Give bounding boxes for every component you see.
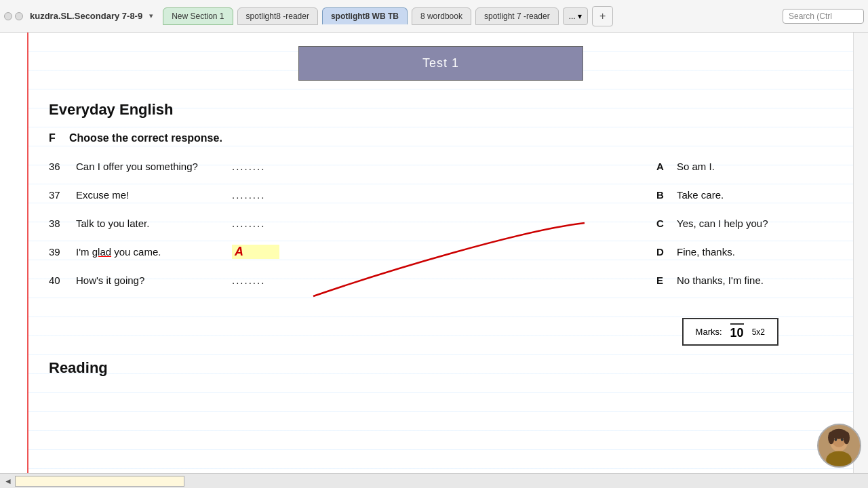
question-number-40: 40	[49, 274, 76, 286]
answer-letter-a: A	[656, 161, 677, 172]
main-area: Test 1 Everyday English F Choose the cor…	[0, 33, 868, 473]
tab-new-section-label: New Section 1	[172, 12, 224, 21]
question-text-38: Talk to you later.	[76, 218, 225, 229]
tab-more-icon: ...	[569, 12, 576, 21]
app-title: kuzdra.SL.Secondary 7-8-9	[30, 11, 142, 21]
table-row: 38 Talk to you later. ........	[49, 212, 643, 234]
question-number-37: 37	[49, 189, 76, 201]
question-text-39: I'm glad you came.	[76, 246, 225, 258]
tab-new-section[interactable]: New Section 1	[163, 7, 233, 25]
question-number-38: 38	[49, 218, 76, 229]
answer-letter-e: E	[656, 274, 677, 286]
questions-area: 36 Can I offer you something? ........ 3…	[49, 155, 833, 298]
answer-letter-b: B	[656, 189, 677, 201]
tab-wordbook-label: 8 wordbook	[420, 12, 462, 21]
answer-text-b: Take care.	[677, 189, 724, 201]
list-item: B Take care.	[656, 184, 833, 205]
question-dots-37: ........	[232, 189, 279, 201]
tab-spotlight8-wb-label: spotlight8 WB TB	[331, 12, 399, 21]
task-row: F Choose the correct response.	[49, 132, 833, 144]
list-item: C Yes, can I help you?	[656, 212, 833, 234]
answers-right: A So am I. B Take care. C Yes, can I hel…	[643, 155, 833, 298]
right-sidebar	[853, 33, 868, 473]
tab-more-button[interactable]: ... ▾	[563, 7, 588, 25]
answer-text-a: So am I.	[677, 161, 715, 172]
window-btn-2[interactable]	[15, 12, 23, 20]
section1-heading: Everyday English	[49, 101, 833, 119]
table-row: 37 Excuse me! ........	[49, 184, 643, 205]
answer-text-e: No thanks, I'm fine.	[677, 274, 764, 286]
marks-score: 10	[730, 323, 744, 340]
marks-label: Marks:	[696, 327, 722, 337]
topbar: kuzdra.SL.Secondary 7-8-9 ▾ New Section …	[0, 0, 868, 33]
window-controls	[4, 12, 23, 20]
search-placeholder: Search (Ctrl	[789, 12, 832, 21]
tab-spotlight7-reader[interactable]: spotlight 7 -reader	[475, 7, 559, 25]
tab-add-icon: +	[599, 10, 606, 22]
question-answer-written-39: A	[232, 245, 279, 259]
question-text-36: Can I offer you something?	[76, 161, 225, 172]
tab-spotlight8-reader-label: spotlight8 -reader	[246, 12, 309, 21]
tab-wordbook[interactable]: 8 wordbook	[412, 7, 471, 25]
question-number-36: 36	[49, 161, 76, 172]
task-letter: F	[49, 132, 69, 144]
tab-add-button[interactable]: +	[592, 6, 613, 26]
table-row: 36 Can I offer you something? ........	[49, 155, 643, 177]
test-title: Test 1	[422, 56, 459, 70]
questions-left: 36 Can I offer you something? ........ 3…	[49, 155, 643, 298]
window-btn-1[interactable]	[4, 12, 12, 20]
tab-spotlight7-label: spotlight 7 -reader	[484, 12, 550, 21]
marks-box: Marks: 10 5x2	[682, 318, 778, 346]
section2-heading: Reading	[49, 359, 833, 377]
left-margin	[0, 33, 28, 473]
answer-letter-d: D	[656, 246, 677, 258]
table-row: 39 I'm glad you came. A	[49, 241, 643, 262]
answer-letter-c: C	[656, 218, 677, 229]
task-instruction: Choose the correct response.	[69, 132, 222, 144]
svg-point-7	[828, 431, 834, 444]
tab-spotlight8-reader[interactable]: spotlight8 -reader	[237, 7, 318, 25]
table-row: 40 How's it going? ........	[49, 269, 643, 291]
list-item: A So am I.	[656, 155, 833, 177]
avatar-image	[818, 424, 860, 468]
question-dots-36: ........	[232, 161, 279, 172]
list-item: E No thanks, I'm fine.	[656, 269, 833, 291]
question-dots-40: ........	[232, 274, 279, 286]
marks-formula: 5x2	[752, 327, 765, 337]
content-area: Test 1 Everyday English F Choose the cor…	[28, 33, 853, 473]
answer-text-d: Fine, thanks.	[677, 246, 735, 258]
search-input[interactable]: Search (Ctrl	[783, 9, 864, 24]
list-item: D Fine, thanks.	[656, 241, 833, 262]
answer-text-c: Yes, can I help you?	[677, 218, 768, 229]
question-dots-38: ........	[232, 218, 279, 229]
question-text-37: Excuse me!	[76, 189, 225, 201]
question-number-39: 39	[49, 246, 76, 258]
title-dropdown-icon[interactable]: ▾	[149, 12, 153, 20]
question-text-40: How's it going?	[76, 274, 225, 286]
tab-spotlight8-wb[interactable]: spotlight8 WB TB	[322, 7, 408, 24]
avatar	[817, 424, 861, 468]
test-title-box: Test 1	[298, 46, 583, 81]
svg-point-8	[844, 431, 850, 444]
